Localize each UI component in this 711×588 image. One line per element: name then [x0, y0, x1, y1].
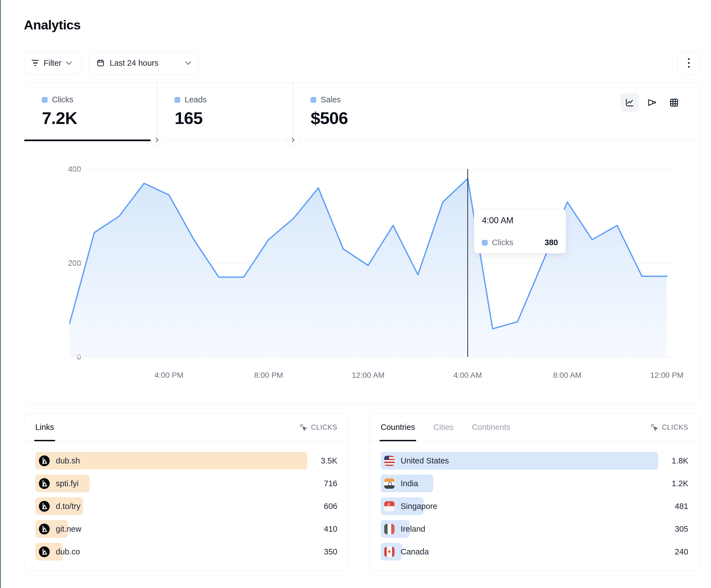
tab-cities[interactable]: Cities — [433, 413, 454, 441]
chevron-down-icon — [185, 61, 191, 65]
cursor-click-icon — [650, 423, 659, 432]
line-chart-icon — [624, 97, 635, 108]
country-label: United States — [401, 456, 449, 466]
country-row-singapore[interactable]: Singapore 481 — [381, 497, 688, 515]
calendar-icon — [96, 59, 105, 67]
stat-label: Clicks — [52, 95, 73, 104]
table-grid-icon — [669, 97, 680, 108]
dub-logo-icon — [39, 478, 50, 489]
filter-icon — [31, 60, 39, 66]
country-row-united-states[interactable]: United States 1.8K — [381, 452, 688, 470]
ireland-flag-icon — [384, 524, 394, 534]
x-axis-tick: 4:00 AM — [453, 371, 482, 380]
stat-value: $506 — [311, 108, 437, 128]
chevron-down-icon — [66, 61, 72, 65]
dub-logo-icon — [39, 501, 50, 512]
stat-label: Leads — [185, 95, 207, 104]
india-flag-icon — [384, 478, 394, 489]
link-clicks-value: 350 — [324, 543, 337, 561]
tab-continents[interactable]: Continents — [472, 413, 511, 441]
country-row-india[interactable]: India 1.2K — [381, 475, 688, 492]
country-clicks-value: 481 — [675, 497, 688, 515]
date-range-button[interactable]: Last 24 hours — [89, 51, 199, 74]
link-label: d.to/try — [56, 502, 81, 511]
analytics-card: Clicks 7.2K Leads 165 Sales $506 — [24, 83, 699, 404]
x-axis-tick: 4:00 PM — [155, 371, 184, 380]
link-clicks-value: 3.5K — [321, 452, 337, 470]
us-flag-icon — [384, 456, 394, 466]
tooltip-series-value: 380 — [544, 238, 558, 247]
link-row-spti-fyi[interactable]: spti.fyi 716 — [35, 475, 337, 492]
link-row-d-to-try[interactable]: d.to/try 606 — [35, 497, 337, 515]
countries-panel: Countries Cities Continents CLICKS Unite… — [369, 413, 699, 571]
chevron-right-icon — [291, 137, 295, 142]
expand-clicks-chevron-button[interactable] — [150, 133, 163, 146]
table-view-button[interactable] — [665, 93, 683, 112]
country-clicks-value: 1.2K — [672, 475, 688, 492]
filter-button-label: Filter — [44, 59, 61, 68]
tab-countries[interactable]: Countries — [381, 413, 415, 441]
link-label: dub.co — [56, 547, 80, 557]
link-label: spti.fyi — [56, 479, 79, 488]
chevron-right-icon — [155, 137, 159, 142]
country-clicks-value: 240 — [675, 543, 688, 561]
tab-links[interactable]: Links — [35, 413, 54, 441]
cursor-click-icon — [299, 423, 308, 432]
dub-logo-icon — [39, 546, 50, 557]
funnel-chart-view-button[interactable] — [643, 93, 661, 112]
stat-value: 7.2K — [42, 108, 157, 128]
x-axis-tick: 12:00 PM — [650, 371, 684, 380]
kebab-menu-icon — [688, 58, 690, 68]
stat-label: Sales — [321, 95, 341, 104]
area-chart-plot — [69, 167, 672, 361]
country-label: Singapore — [401, 502, 437, 511]
sales-legend-icon — [311, 97, 316, 103]
country-label: Canada — [401, 547, 429, 557]
link-label: git.new — [56, 524, 81, 534]
dub-logo-icon — [39, 524, 50, 535]
links-metric-header[interactable]: CLICKS — [299, 423, 337, 432]
tooltip-series-legend-icon — [482, 240, 488, 246]
filter-button[interactable]: Filter — [24, 51, 82, 74]
link-clicks-value: 606 — [324, 497, 337, 515]
link-label: dub.sh — [56, 456, 80, 466]
country-row-canada[interactable]: Canada 240 — [381, 543, 688, 561]
canada-flag-icon — [384, 547, 394, 557]
stat-value: 165 — [175, 108, 293, 128]
stats-row: Clicks 7.2K Leads 165 Sales $506 — [24, 83, 699, 141]
chart-view-switcher — [621, 93, 683, 112]
tab-sales[interactable]: Sales $506 — [293, 83, 437, 140]
expand-leads-chevron-button[interactable] — [286, 133, 299, 146]
link-clicks-value: 410 — [324, 520, 337, 538]
clicks-legend-icon — [42, 97, 47, 103]
dub-logo-icon — [39, 455, 50, 466]
x-axis-tick: 8:00 AM — [553, 371, 582, 380]
country-label: Ireland — [401, 524, 425, 534]
line-chart-view-button[interactable] — [621, 93, 639, 112]
leads-legend-icon — [175, 97, 180, 103]
chart-tooltip: 4:00 AM Clicks 380 — [474, 209, 566, 253]
country-clicks-value: 305 — [675, 520, 688, 538]
tooltip-time: 4:00 AM — [474, 209, 566, 232]
x-axis-tick: 8:00 PM — [254, 371, 283, 380]
link-row-dub-sh[interactable]: dub.sh 3.5K — [35, 452, 337, 470]
country-row-ireland[interactable]: Ireland 305 — [381, 520, 688, 538]
countries-metric-header[interactable]: CLICKS — [650, 423, 688, 432]
more-options-button[interactable] — [677, 51, 700, 74]
date-range-label: Last 24 hours — [110, 59, 158, 68]
link-clicks-value: 716 — [324, 475, 337, 492]
country-clicks-value: 1.8K — [672, 452, 688, 470]
country-label: India — [401, 479, 418, 488]
window-edge — [0, 0, 1, 588]
clicks-chart[interactable]: 0200400 4:00 PM8:00 PM12:00 AM4:00 AM8:0… — [24, 141, 699, 404]
tab-clicks[interactable]: Clicks 7.2K — [24, 83, 157, 140]
tooltip-series-name: Clicks — [492, 238, 513, 247]
link-row-git-new[interactable]: git.new 410 — [35, 520, 337, 538]
x-axis-tick: 12:00 AM — [352, 371, 385, 380]
funnel-chart-icon — [647, 97, 657, 108]
links-panel: Links CLICKS dub.sh 3.5K spti.fyi 716 — [24, 413, 349, 571]
singapore-flag-icon — [384, 501, 394, 512]
page-title: Analytics — [24, 17, 81, 32]
link-row-dub-co[interactable]: dub.co 350 — [35, 543, 337, 561]
tab-leads[interactable]: Leads 165 — [157, 83, 293, 140]
